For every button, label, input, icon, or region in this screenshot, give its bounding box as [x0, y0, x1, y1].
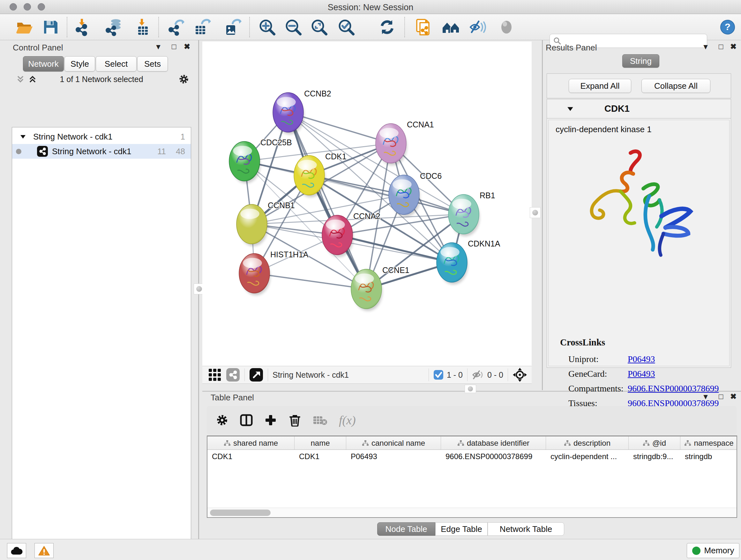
statusbar-separator — [268, 368, 268, 381]
table-row[interactable]: CDK1CDK1P064939606.ENSP00000378699cyclin… — [207, 450, 737, 463]
tab-node-table[interactable]: Node Table — [377, 522, 435, 536]
column-header-description[interactable]: description — [546, 436, 629, 449]
export-network-icon[interactable] — [167, 18, 185, 36]
table-gear-icon[interactable] — [216, 414, 228, 427]
hide-selected-icon[interactable] — [469, 18, 487, 36]
zoom-out-icon[interactable] — [284, 18, 302, 36]
table-cell[interactable]: stringdb:9... — [629, 450, 680, 463]
network-collection-row[interactable]: String Network - cdk1 1 — [12, 129, 191, 144]
node-RB1[interactable] — [448, 194, 480, 236]
home-icon[interactable] — [442, 18, 460, 36]
show-all-icon[interactable] — [497, 18, 515, 36]
birdseye-view-icon[interactable] — [249, 368, 263, 382]
export-table-icon[interactable] — [193, 18, 211, 36]
divider-handle[interactable] — [530, 207, 541, 218]
table-panel-close-icon[interactable]: ✖ — [730, 392, 737, 401]
collapse-all-button[interactable]: Collapse All — [642, 79, 711, 93]
memory-button[interactable]: Memory — [687, 543, 739, 558]
add-column-icon[interactable] — [264, 414, 277, 427]
cloud-button[interactable] — [7, 543, 26, 558]
refresh-icon[interactable] — [378, 18, 396, 36]
share-document-icon[interactable] — [415, 18, 433, 36]
grid-mode-icon[interactable] — [208, 368, 221, 381]
crosslink-label: Uniprot: — [568, 354, 628, 364]
results-panel-float-icon[interactable]: □ — [719, 42, 724, 51]
table-cell[interactable]: 9606.ENSP00000378699 — [441, 450, 546, 463]
help-icon[interactable]: ? — [720, 19, 735, 35]
import-network-database-icon[interactable] — [105, 18, 122, 36]
fit-content-crosshair-icon[interactable] — [513, 368, 527, 382]
expand-all-button[interactable]: Expand All — [569, 79, 631, 93]
network-row-selected[interactable]: String Network - cdk1 11 48 — [12, 144, 191, 159]
import-table-icon[interactable] — [133, 18, 151, 36]
results-panel-close-icon[interactable]: ✖ — [730, 42, 737, 51]
tab-network[interactable]: Network — [23, 56, 64, 71]
crosslink-value-link[interactable]: P06493 — [628, 369, 655, 379]
column-header--id[interactable]: @id — [629, 436, 680, 449]
table-cell[interactable]: CDK1 — [294, 450, 346, 463]
node-CCNE1[interactable] — [351, 269, 382, 311]
node-CDKN1A[interactable] — [436, 243, 468, 285]
network-canvas[interactable]: CCNB2CCNA1CDC25BCDK1CDC6RB1CCNB1CCNA2CDK… — [202, 42, 532, 366]
table-panel-title: Table Panel — [211, 393, 254, 402]
warning-button[interactable] — [35, 543, 54, 558]
tree-expander-icon[interactable] — [20, 133, 26, 140]
gene-symbol: CDK1 — [604, 104, 630, 114]
table-panel-menu-icon[interactable]: ▾ — [704, 392, 708, 401]
toolbar-separator — [158, 17, 159, 37]
results-tab-string[interactable]: String — [622, 54, 659, 68]
node-CCNB2[interactable] — [273, 92, 304, 134]
tab-style[interactable]: Style — [64, 56, 95, 71]
column-header-shared-name[interactable]: shared name — [207, 436, 294, 449]
node-CCNA2[interactable] — [322, 215, 353, 257]
node-CCNA1[interactable] — [376, 124, 407, 165]
node-label-CDC6: CDC6 — [420, 172, 442, 180]
node-CCNB1[interactable] — [237, 204, 268, 246]
control-panel-close-icon[interactable]: ✖ — [184, 42, 190, 51]
gear-icon[interactable] — [179, 74, 189, 84]
column-header-namespace[interactable]: namespace — [680, 436, 737, 449]
edge-HIST1H1A-CCNE1[interactable] — [254, 273, 366, 289]
tab-network-table[interactable]: Network Table — [488, 522, 564, 536]
import-network-icon[interactable] — [74, 18, 91, 36]
memory-label: Memory — [704, 546, 734, 556]
control-panel-float-icon[interactable]: □ — [172, 42, 177, 51]
table-cell[interactable]: stringdb — [680, 450, 737, 463]
table-cell[interactable]: CDK1 — [207, 450, 294, 463]
delete-column-icon[interactable] — [288, 414, 301, 427]
export-image-icon[interactable] — [224, 18, 242, 36]
save-session-icon[interactable] — [42, 18, 59, 36]
toolbar-separator — [67, 17, 67, 37]
tab-sets[interactable]: Sets — [137, 56, 168, 71]
zoom-selected-icon[interactable] — [337, 18, 355, 36]
column-header-database-identifier[interactable]: database identifier — [441, 436, 546, 449]
selected-checkbox-icon[interactable] — [433, 370, 444, 380]
table-cell[interactable]: cyclin-dependent ... — [546, 450, 629, 463]
show-columns-icon[interactable] — [240, 414, 253, 427]
entry-expander-icon[interactable] — [567, 105, 574, 112]
scrollbar-thumb[interactable] — [210, 509, 271, 516]
table-horizontal-scrollbar[interactable] — [207, 508, 737, 517]
tab-edge-table[interactable]: Edge Table — [435, 522, 488, 536]
node-CDC6[interactable] — [389, 175, 420, 217]
table-cell[interactable]: P06493 — [346, 450, 441, 463]
network-view-share-icon[interactable] — [226, 368, 240, 382]
network-node-count: 11 — [157, 146, 166, 157]
edge-CCNB2-CCNE1[interactable] — [288, 112, 366, 289]
node-CDC25B[interactable] — [229, 141, 260, 183]
node-label-CCNA1: CCNA1 — [407, 120, 434, 129]
node-CDK1[interactable] — [294, 155, 325, 197]
node-HIST1H1A[interactable] — [239, 253, 270, 295]
results-panel-menu-icon[interactable]: ▾ — [704, 42, 708, 51]
tab-select[interactable]: Select — [96, 56, 137, 71]
selection-status-text: 1 of 1 Network selected — [9, 75, 194, 84]
crosslink-value-link[interactable]: P06493 — [628, 354, 655, 364]
gene-entry-header[interactable]: CDK1 — [547, 99, 731, 118]
table-panel-float-icon[interactable]: □ — [719, 392, 724, 401]
column-header-name[interactable]: name — [294, 436, 346, 449]
zoom-in-icon[interactable] — [258, 18, 276, 36]
open-session-icon[interactable] — [15, 18, 33, 36]
control-panel-menu-icon[interactable]: ▾ — [156, 42, 160, 51]
zoom-fit-icon[interactable] — [310, 18, 328, 36]
column-header-canonical-name[interactable]: canonical name — [346, 436, 441, 449]
